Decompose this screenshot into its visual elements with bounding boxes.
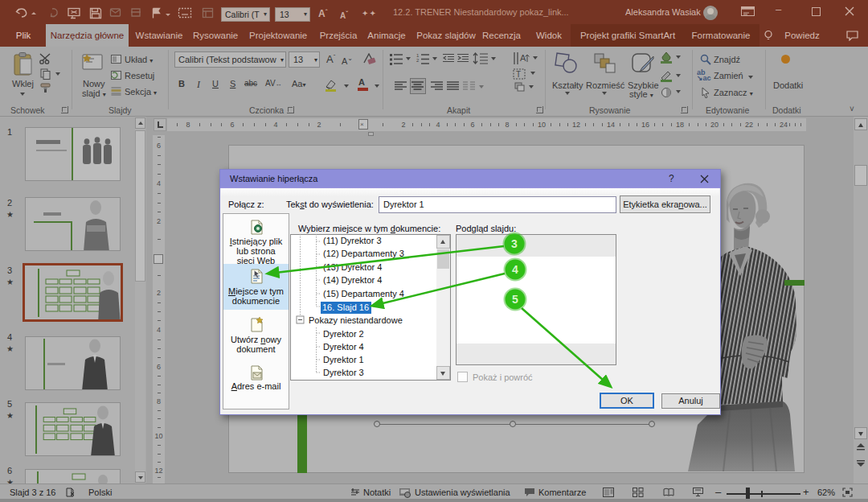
svg-text:2: 2	[416, 58, 420, 63]
svg-text:A: A	[520, 53, 526, 63]
svg-text:T: T	[516, 70, 521, 79]
